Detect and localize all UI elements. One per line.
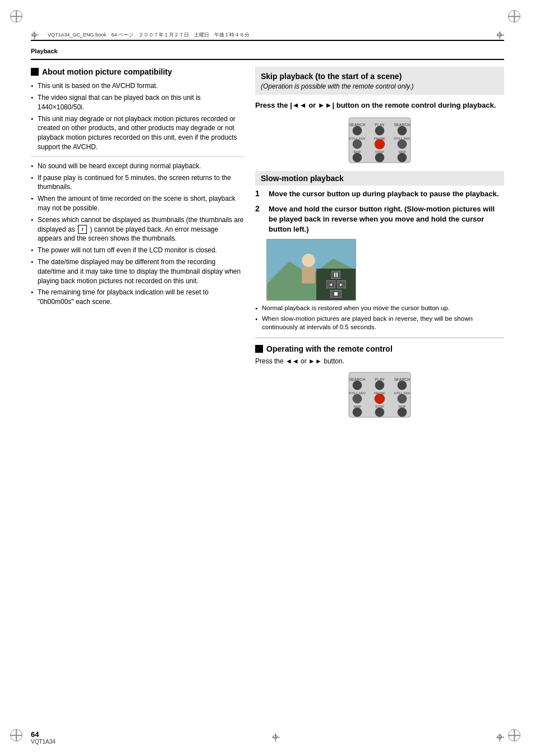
header-cross-left (31, 31, 39, 39)
svg-point-41 (398, 408, 407, 417)
svg-point-16 (353, 153, 362, 162)
corner-mark-tl (10, 10, 27, 27)
svg-point-11 (375, 139, 385, 149)
list-item: The video signal that can be played back… (31, 93, 244, 112)
section-divider (255, 338, 504, 338)
header-bar: VQT1A34_GC_ENG.book 64 ページ ２００７年１月２７日 土曜… (31, 31, 504, 41)
heading-square-icon-2 (255, 345, 263, 353)
vc-rew-btn: ◄ (326, 280, 335, 288)
page: VQT1A34_GC_ENG.book 64 ページ ２００７年１月２７日 土曜… (0, 0, 535, 756)
header-cross-right (496, 31, 504, 39)
svg-point-28 (375, 381, 384, 390)
content-area: Playback About motion picture compatibil… (31, 48, 504, 714)
operating-remote-title: Operating with the remote control (266, 344, 393, 354)
footer: 64 VQT1A34 (31, 730, 504, 745)
list-item: The date/time displayed may be different… (31, 257, 244, 285)
remote-svg-operating: SEARCH PLAY SEARCH STILL ADV PAUSE STILL… (338, 370, 422, 420)
left-column: About motion picture compatibility This … (31, 67, 244, 714)
vc-row-1 (331, 271, 340, 279)
list-item: The power will not turn off even if the … (31, 246, 244, 255)
svg-point-18 (398, 153, 407, 162)
col-divider (31, 156, 244, 157)
corner-mark-tr (508, 10, 525, 27)
list-item: No sound will be heard except during nor… (31, 162, 244, 171)
vc-row-2: ◄ ► (326, 280, 346, 288)
svg-point-39 (353, 408, 362, 417)
corner-mark-br (508, 729, 525, 746)
skip-playback-subtitle: (Operation is possible with the remote c… (261, 82, 499, 90)
corner-mark-bl (10, 729, 27, 746)
step-2-number: 2 (255, 204, 264, 235)
svg-point-40 (375, 408, 384, 417)
skip-playback-title: Skip playback (to the start of a scene) (261, 71, 499, 81)
list-item: Scenes which cannot be displayed as thum… (31, 215, 244, 243)
step-2: 2 Move and hold the cursor button right.… (255, 204, 504, 235)
two-col-layout: About motion picture compatibility This … (31, 67, 504, 714)
remote-image-skip: SEARCH PLAY SEARCH STILL ADV PAUSE STILL… (255, 115, 504, 165)
step-1-text: Move the cursor button up during playbac… (269, 189, 499, 199)
skip-playback-section: Skip playback (to the start of a scene) … (255, 67, 504, 95)
svg-rect-22 (302, 267, 315, 283)
vc-row-3 (330, 290, 342, 298)
motion-picture-title: About motion picture compatibility (42, 67, 172, 77)
slow-motion-label: Slow-motion playback (255, 171, 504, 186)
section-label: Playback (31, 48, 504, 54)
svg-point-10 (353, 140, 362, 149)
svg-point-27 (353, 381, 362, 390)
step-1: 1 Move the cursor button up during playb… (255, 189, 504, 199)
note-item-2: When slow-motion pictures are played bac… (255, 315, 504, 332)
model-number: VQT1A34 (31, 739, 56, 745)
svg-point-17 (375, 153, 384, 162)
svg-point-21 (302, 254, 315, 268)
remote-svg-skip: SEARCH PLAY SEARCH STILL ADV PAUSE STILL… (338, 115, 422, 165)
slow-motion-notes: Normal playback is restored when you mov… (255, 304, 504, 332)
top-rule (31, 59, 504, 60)
operating-remote-press: Press the ◄◄ or ►► button. (255, 357, 504, 365)
footer-right-crosshair (496, 734, 504, 741)
motion-picture-heading: About motion picture compatibility (31, 67, 244, 77)
header-meta: VQT1A34_GC_ENG.book 64 ページ ２００７年１月２７日 土曜… (48, 31, 250, 39)
vc-pause-btn (331, 271, 340, 279)
svg-point-34 (375, 394, 385, 404)
svg-point-33 (353, 394, 362, 403)
list-item: This unit may degrade or not playback mo… (31, 114, 244, 152)
list-item: This unit is based on the AVCHD format. (31, 81, 244, 91)
video-controls-bar: ◄ ► (316, 269, 356, 300)
vc-fwd-btn: ► (337, 280, 346, 288)
page-number: 64 (31, 730, 56, 739)
list-item: When the amount of time recorded on the … (31, 194, 244, 213)
right-column: Skip playback (to the start of a scene) … (255, 67, 504, 714)
svg-point-4 (353, 126, 362, 135)
note-item-1: Normal playback is restored when you mov… (255, 304, 504, 313)
svg-point-6 (398, 126, 407, 135)
motion-picture-bullet-list: This unit is based on the AVCHD format. … (31, 81, 244, 152)
svg-point-12 (398, 140, 407, 149)
footer-left: 64 VQT1A34 (31, 730, 56, 745)
step-1-number: 1 (255, 189, 264, 199)
footer-center-crosshair (56, 734, 496, 741)
video-preview: ◄ ► (266, 239, 356, 301)
vc-stop-btn (330, 290, 342, 298)
svg-point-5 (375, 126, 384, 135)
svg-point-35 (398, 394, 407, 403)
remote-image-operating: SEARCH PLAY SEARCH STILL ADV PAUSE STILL… (255, 370, 504, 420)
step-2-text: Move and hold the cursor button right. (… (269, 204, 504, 235)
press-instruction: Press the |◄◄ or ►►| button on the remot… (255, 100, 504, 110)
operating-remote-heading: Operating with the remote control (255, 344, 504, 354)
heading-square-icon (31, 68, 39, 76)
list-item: If pause play is continued for 5 minutes… (31, 173, 244, 192)
list-item: The remaining time for playback indicati… (31, 288, 244, 307)
warning-icon: ! (78, 225, 87, 234)
motion-picture-bullet-list-2: No sound will be heard except during nor… (31, 162, 244, 307)
svg-point-29 (398, 381, 407, 390)
